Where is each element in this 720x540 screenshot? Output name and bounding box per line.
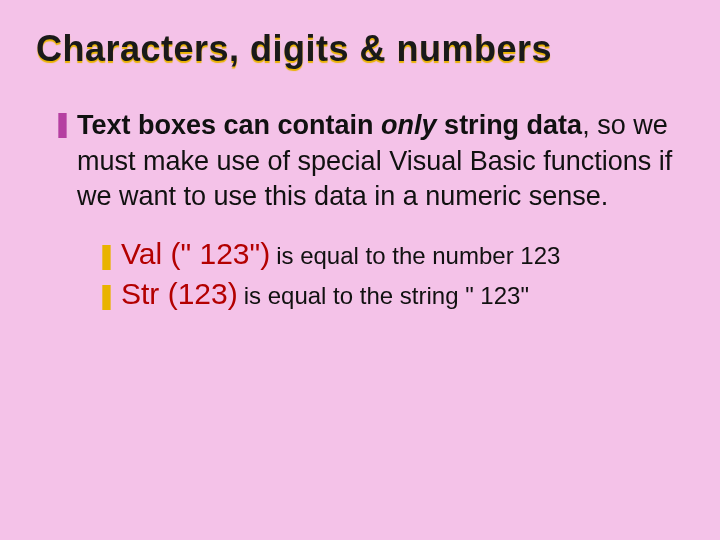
sub-fn: Str (123) <box>121 277 238 311</box>
sub-desc: is equal to the number 123 <box>276 242 560 270</box>
main-bold-italic: only <box>381 110 437 140</box>
sub-desc: is equal to the string " 123" <box>244 282 529 310</box>
sub-bullet-icon: ❚ <box>96 240 117 270</box>
main-bullet-text: Text boxes can contain only string data,… <box>77 108 684 215</box>
sub-bullet-icon: ❚ <box>96 280 117 310</box>
sub-bullets: ❚ Val (" 123") is equal to the number 12… <box>96 237 684 311</box>
main-bold-lead: Text boxes can contain <box>77 110 381 140</box>
sub-bullet: ❚ Str (123) is equal to the string " 123… <box>96 277 684 311</box>
sub-bullet: ❚ Val (" 123") is equal to the number 12… <box>96 237 684 271</box>
main-bullet: ❚ Text boxes can contain only string dat… <box>52 108 684 215</box>
sub-fn: Val (" 123") <box>121 237 270 271</box>
bullet-icon: ❚ <box>52 108 73 138</box>
slide-title: Characters, digits & numbers <box>36 28 684 70</box>
main-bold-tail: string data <box>437 110 583 140</box>
